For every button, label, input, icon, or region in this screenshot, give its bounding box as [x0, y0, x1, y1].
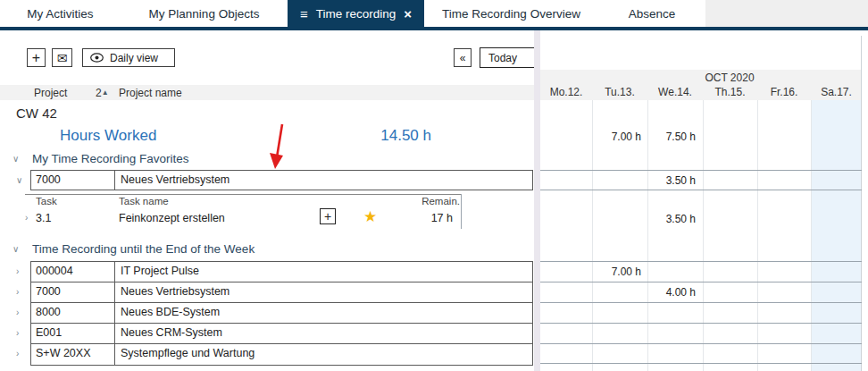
grid-hline: [540, 343, 862, 344]
sort-order-number: 2: [96, 87, 102, 99]
tab-my-activities[interactable]: My Activities: [0, 0, 121, 27]
chevron-down-icon[interactable]: ∨: [13, 154, 19, 164]
project-name-cell[interactable]: Neues Vertriebsystem: [114, 282, 532, 302]
project-code-cell[interactable]: 7000: [31, 171, 114, 190]
project-code-cell[interactable]: 8000: [31, 303, 114, 323]
tab-time-recording-overview[interactable]: Time Recording Overview: [424, 0, 598, 27]
task-table-top-border: [25, 194, 461, 195]
add-button[interactable]: +: [27, 48, 46, 67]
add-time-entry-button[interactable]: +: [320, 208, 336, 224]
plus-icon: +: [32, 50, 40, 66]
chevron-right-icon[interactable]: ›: [16, 266, 19, 276]
project-row[interactable]: E001 Neues CRM-System: [31, 324, 532, 344]
favorite-star-icon[interactable]: ★: [363, 207, 377, 226]
tab-label: Time recording: [316, 7, 396, 21]
task-name[interactable]: Feinkonzept erstellen: [119, 212, 225, 224]
chevron-right-icon[interactable]: ›: [16, 287, 19, 297]
chevron-right-icon[interactable]: ›: [25, 213, 28, 223]
pane-splitter[interactable]: [534, 30, 540, 371]
project-code-cell[interactable]: 000004: [31, 262, 114, 282]
week-group-label: CW 42: [16, 105, 57, 121]
eye-icon: [90, 53, 104, 63]
row-7000-hours-we[interactable]: 4.00 h: [647, 285, 699, 299]
project-name-column-header[interactable]: Project name: [119, 87, 182, 99]
favorite-project-row[interactable]: 7000 Neues Vertriebsystem: [30, 170, 533, 190]
today-label: Today: [488, 52, 517, 64]
day-header-th[interactable]: Th.15.: [703, 86, 757, 98]
plus-icon: +: [324, 209, 331, 223]
task-column-header: Task: [36, 196, 57, 207]
row-000004-hours-tu[interactable]: 7.00 h: [592, 265, 645, 279]
menu-icon[interactable]: ≡: [300, 7, 308, 21]
task-table-right-border: [461, 194, 462, 229]
scrollbar-track[interactable]: [862, 30, 868, 371]
back-icon: «: [460, 52, 466, 64]
sort-indicator: 2▲: [96, 87, 109, 99]
project-name-cell[interactable]: Systempflege und Wartung: [114, 344, 532, 365]
project-code-cell[interactable]: E001: [31, 324, 114, 343]
project-row[interactable]: S+W 20XX Systempflege und Wartung: [31, 344, 532, 365]
chevron-right-icon[interactable]: ›: [16, 328, 19, 338]
week-recording-table: 000004 IT Project Pulse 7000 Neues Vertr…: [30, 261, 533, 366]
envelope-icon: ✉: [57, 51, 68, 65]
task-id[interactable]: 3.1: [36, 212, 51, 224]
tab-label: Absence: [629, 7, 676, 21]
project-row[interactable]: 8000 Neues BDE-System: [31, 303, 532, 324]
previous-period-button[interactable]: «: [454, 48, 472, 67]
project-name-cell[interactable]: Neues CRM-System: [114, 324, 532, 343]
day-header-fr[interactable]: Fr.16.: [757, 86, 811, 98]
hours-worked-label: Hours Worked: [60, 127, 156, 145]
favorite-project-hours-we[interactable]: 3.50 h: [647, 173, 699, 188]
day-header-tu[interactable]: Tu.13.: [592, 86, 647, 98]
grid-hline: [540, 170, 862, 171]
annotation-arrow: [266, 122, 289, 172]
day-header-sa[interactable]: Sa.17.: [811, 86, 862, 98]
tab-absence[interactable]: Absence: [598, 0, 705, 27]
week-recording-section-title: Time Recording until the End of the Week: [32, 242, 255, 256]
tab-label: My Planning Objects: [149, 7, 260, 21]
grid-hline: [540, 190, 862, 190]
project-name-cell[interactable]: IT Project Pulse: [114, 262, 532, 282]
favorites-section-title: My Time Recording Favorites: [32, 152, 189, 165]
project-code-cell[interactable]: S+W 20XX: [31, 344, 114, 365]
time-recording-app: My Activities My Planning Objects ≡ Time…: [0, 0, 868, 371]
hours-worked-we: 7.50 h: [647, 130, 699, 144]
tab-time-recording[interactable]: ≡ Time recording ×: [288, 0, 424, 27]
task-remaining-hours: 17 h: [393, 212, 453, 224]
grid-hline: [540, 363, 862, 364]
project-row[interactable]: 7000 Neues Vertriebsystem: [31, 282, 532, 303]
mail-button[interactable]: ✉: [52, 48, 72, 67]
chevron-right-icon[interactable]: ›: [16, 349, 19, 358]
grid-vline: [703, 100, 704, 371]
hours-worked-total: 14.50 h: [339, 127, 431, 145]
remain-column-header: Remain.: [393, 196, 460, 207]
day-header-we[interactable]: We.14.: [647, 86, 703, 98]
grid-vline: [757, 100, 758, 371]
tab-label: My Activities: [27, 7, 93, 21]
project-code-cell[interactable]: 7000: [31, 282, 114, 302]
project-name-cell[interactable]: Neues Vertriebsystem: [114, 171, 532, 190]
grid-vline: [811, 100, 812, 371]
weekend-column-shading: [811, 100, 862, 371]
project-name-cell[interactable]: Neues BDE-System: [114, 303, 532, 323]
sort-asc-icon: ▲: [102, 89, 109, 97]
tab-my-planning-objects[interactable]: My Planning Objects: [121, 0, 288, 27]
tab-bar: My Activities My Planning Objects ≡ Time…: [0, 0, 868, 27]
task-name-column-header: Task name: [119, 196, 169, 207]
project-column-header[interactable]: Project: [34, 87, 67, 99]
close-icon[interactable]: ×: [404, 7, 412, 21]
grid-hline: [540, 323, 862, 324]
grid-hline: [540, 282, 862, 282]
project-header-band: [0, 85, 534, 100]
chevron-right-icon[interactable]: ›: [16, 308, 19, 317]
today-button[interactable]: Today: [480, 47, 540, 68]
active-tab-underline: [0, 27, 868, 30]
chevron-down-icon[interactable]: ∨: [16, 175, 22, 185]
chevron-down-icon[interactable]: ∨: [13, 244, 19, 254]
day-header-mo[interactable]: Mo.12.: [540, 86, 592, 98]
grid-hline: [540, 261, 862, 262]
task-hours-we[interactable]: 3.50 h: [647, 212, 699, 226]
project-row[interactable]: 000004 IT Project Pulse: [31, 262, 532, 282]
hours-worked-tu: 7.00 h: [592, 130, 645, 144]
daily-view-button[interactable]: Daily view: [82, 48, 175, 67]
